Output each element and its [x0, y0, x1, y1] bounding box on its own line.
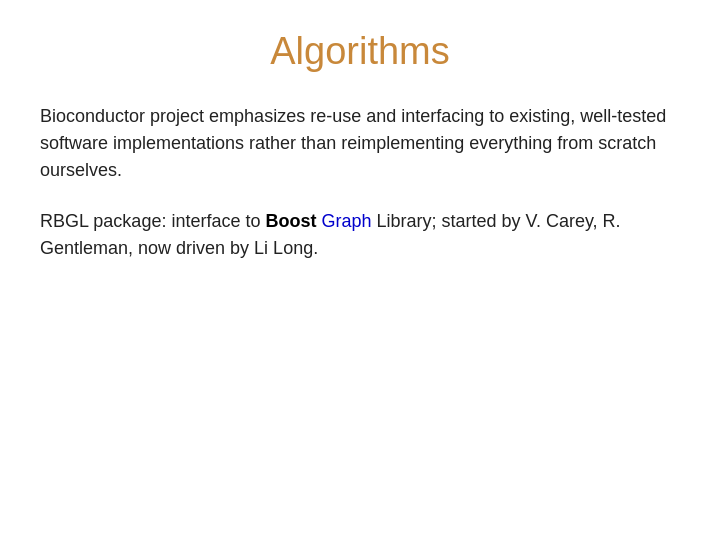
page-title: Algorithms [30, 30, 690, 73]
page-container: Algorithms Bioconductor project emphasiz… [0, 0, 720, 540]
paragraph-bioconductor: Bioconductor project emphasizes re-use a… [40, 103, 680, 184]
graph-blue-text: Graph [321, 211, 371, 231]
content-area: Bioconductor project emphasizes re-use a… [30, 103, 690, 286]
rbgl-text-before: RBGL package: interface to [40, 211, 265, 231]
title-area: Algorithms [30, 30, 690, 73]
paragraph-rbgl: RBGL package: interface to Boost Graph L… [40, 208, 680, 262]
boost-bold-text: Boost [265, 211, 316, 231]
